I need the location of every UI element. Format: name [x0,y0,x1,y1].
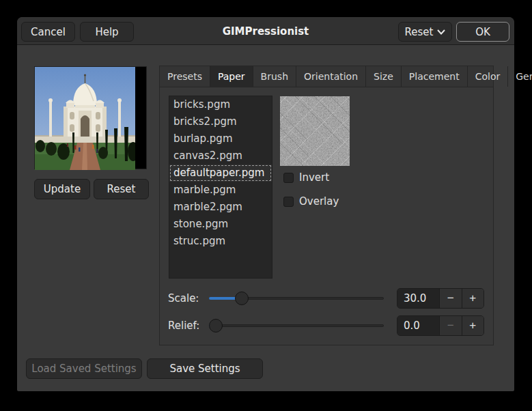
scale-decrement-button[interactable]: − [439,289,462,308]
relief-slider-handle[interactable] [209,319,223,332]
relief-increment-button[interactable]: + [462,316,484,335]
taj-mahal-preview-image [35,67,135,170]
scale-increment-button[interactable]: + [462,289,484,308]
tab[interactable]: Paper [210,66,253,87]
gimpressionist-dialog: Cancel Help GIMPressionist Reset OK [17,17,514,391]
paper-file-item[interactable]: canvas2.pgm [169,147,272,165]
scale-value-input[interactable]: 30.0 [397,289,439,308]
paper-file-item[interactable]: defaultpaper.pgm [169,165,272,182]
tab[interactable]: Color [468,66,509,87]
tab[interactable]: Presets [160,66,210,87]
relief-label: Relief: [168,315,199,336]
ok-button[interactable]: OK [456,22,509,42]
tab[interactable]: Size [366,66,402,87]
relief-spinbox: 0.0 − + [397,315,484,336]
scale-slider[interactable] [209,288,384,309]
relief-slider[interactable] [209,315,384,336]
paper-file-item[interactable]: burlap.pgm [169,130,272,147]
paper-texture-thumbnail [280,96,350,166]
paper-file-item[interactable]: marble.pgm [169,182,272,199]
invert-label: Invert [299,171,329,184]
paper-file-item[interactable]: marble2.pgm [169,199,272,216]
relief-decrement-button[interactable]: − [439,316,462,335]
chevron-down-icon [437,29,445,35]
reset-menu-label: Reset [405,26,434,38]
tab-strip: PresetsPaperBrushOrientationSizePlacemen… [160,66,493,87]
invert-checkbox[interactable] [283,173,294,183]
paper-file-list[interactable]: bricks.pgmbricks2.pgmburlap.pgmcanvas2.p… [169,96,272,279]
scale-slider-handle[interactable] [235,292,249,305]
relief-slider-track[interactable] [209,324,384,327]
update-button[interactable]: Update [34,179,90,199]
paper-file-item[interactable]: bricks2.pgm [169,113,272,130]
relief-value-input[interactable]: 0.0 [397,316,439,335]
paper-file-item[interactable]: stone.pgm [169,216,272,233]
tab[interactable]: Brush [253,66,296,87]
save-settings-button[interactable]: Save Settings [147,358,263,379]
tab[interactable]: Placement [402,66,468,87]
overlay-option[interactable]: Overlay [283,195,339,208]
paper-file-item[interactable]: bricks.pgm [169,96,272,113]
scale-label: Scale: [168,288,199,309]
scale-spinbox: 30.0 − + [397,288,484,309]
preview-reset-button[interactable]: Reset [94,179,149,199]
overlay-label: Overlay [299,195,339,208]
header-bar: Cancel Help GIMPressionist Reset OK [17,17,514,45]
overlay-checkbox[interactable] [283,197,294,207]
invert-option[interactable]: Invert [283,171,329,184]
tab[interactable]: General [508,66,532,87]
scale-row: Scale: 30.0 − + [160,288,493,309]
load-saved-settings-button[interactable]: Load Saved Settings [26,358,142,379]
paper-file-item[interactable]: struc.pgm [169,233,272,250]
tab[interactable]: Orientation [296,66,366,87]
relief-row: Relief: 0.0 − + [160,315,493,336]
image-preview [34,66,147,169]
settings-notebook: PresetsPaperBrushOrientationSizePlacemen… [159,66,494,345]
reset-menu-button[interactable]: Reset [398,22,452,42]
